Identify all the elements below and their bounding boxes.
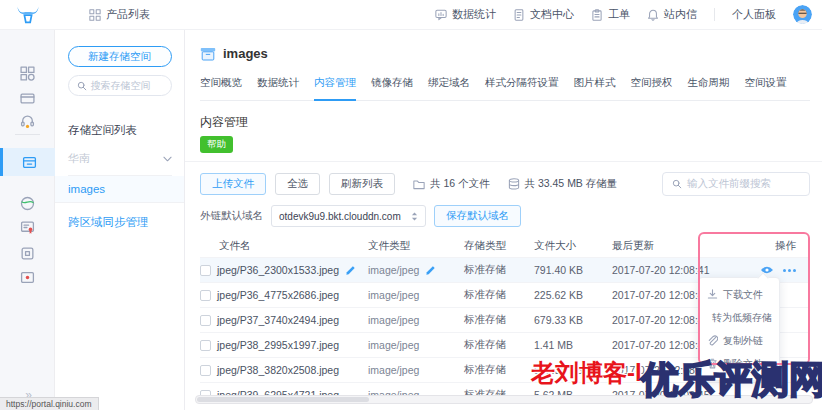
rail-notice[interactable]	[0, 264, 55, 290]
topbar: 产品列表 数据统计 文档中心 工单	[0, 0, 822, 30]
rail-overview[interactable]	[0, 60, 55, 86]
storage-total-stat: 共 33.45 MB 存储量	[508, 177, 618, 191]
edit-pencil-icon[interactable]	[345, 265, 356, 276]
user-avatar[interactable]	[793, 5, 812, 24]
table-header-row: 文件名 文件类型 存储类型 文件大小 最后更新 操作	[200, 235, 810, 257]
folder-icon	[413, 179, 425, 190]
rail-object-storage-active[interactable]	[0, 148, 55, 176]
col-header-filesize: 文件大小	[534, 239, 612, 253]
file-name[interactable]: jpeg/P36_4775x2686.jpeg	[217, 289, 339, 301]
box-icon	[20, 246, 35, 261]
refresh-list-button[interactable]: 刷新列表	[329, 173, 395, 195]
database-icon	[508, 178, 520, 190]
more-actions-button[interactable]	[783, 269, 796, 272]
file-prefix-search-input[interactable]: 输入文件前缀搜索	[662, 172, 810, 196]
tab-image-style[interactable]: 图片样式	[574, 76, 616, 100]
nav-work-order[interactable]: 工单	[591, 7, 630, 22]
rail-certificate[interactable]	[0, 214, 55, 240]
file-size: 679.33 KB	[534, 314, 612, 326]
file-type: image/jpeg	[368, 289, 419, 301]
product-list-menu[interactable]: 产品列表	[89, 7, 150, 22]
row-checkbox[interactable]	[200, 315, 211, 326]
tab-content-management[interactable]: 内容管理	[314, 76, 356, 101]
chevron-down-icon	[163, 156, 172, 162]
select-all-button[interactable]: 全选	[275, 173, 320, 195]
storage-icon	[22, 155, 37, 170]
icon-rail: »	[0, 30, 55, 410]
bucket-search-placeholder: 搜索存储空间	[91, 79, 151, 93]
topbar-right: 数据统计 文档中心 工单 站内信 个	[435, 5, 822, 24]
bucket-search-input[interactable]: 搜索存储空间	[68, 75, 172, 96]
file-name[interactable]: jpeg/P38_2995x1997.jpeg	[217, 339, 339, 351]
bell-icon	[647, 9, 659, 21]
message-icon	[20, 270, 35, 285]
cross-region-sync-link[interactable]: 跨区域同步管理	[55, 215, 184, 230]
personal-panel-label: 个人面板	[732, 7, 776, 22]
col-header-updated: 最后更新	[612, 239, 730, 253]
tab-space-settings[interactable]: 空间设置	[745, 76, 787, 100]
browser-status-bar: https://portal.qiniu.com	[0, 397, 99, 410]
col-header-filename: 文件名	[200, 239, 368, 253]
nav-doc-center[interactable]: 文档中心	[513, 7, 574, 22]
scrollbar-thumb[interactable]	[197, 397, 369, 402]
personal-panel-link[interactable]: 个人面板	[732, 7, 776, 22]
rail-cdn[interactable]	[0, 190, 55, 216]
tab-lifecycle[interactable]: 生命周期	[688, 76, 730, 100]
stats-bubble-icon	[435, 9, 447, 21]
file-toolbar: 上传文件 全选 刷新列表 共 16 个文件 共 33.45 MB 存储量 输入文…	[200, 172, 810, 196]
dashboard-icon	[20, 66, 35, 81]
row-checkbox[interactable]	[200, 340, 211, 351]
qiniu-console-screen: 产品列表 数据统计 文档中心 工单	[0, 0, 822, 410]
topbar-divider	[714, 8, 715, 21]
nav-data-stats[interactable]: 数据统计	[435, 7, 496, 22]
menu-convert-low-freq[interactable]: 转为低频存储	[699, 306, 779, 329]
tab-mirror-storage[interactable]: 镜像存储	[371, 76, 413, 100]
tab-bind-domain[interactable]: 绑定域名	[428, 76, 470, 100]
certificate-icon	[20, 220, 35, 235]
tab-space-auth[interactable]: 空间授权	[631, 76, 673, 100]
edit-pencil-icon[interactable]	[425, 265, 436, 276]
file-name[interactable]: jpeg/P36_2300x1533.jpeg	[217, 264, 339, 276]
storage-type: 标准存储	[464, 338, 534, 352]
file-size: 1.41 MB	[534, 339, 612, 351]
tab-space-overview[interactable]: 空间概览	[200, 76, 242, 100]
help-badge[interactable]: 帮助	[200, 136, 233, 153]
link-icon	[707, 335, 718, 346]
bull-logo-icon	[15, 5, 41, 24]
headset-icon	[20, 114, 35, 129]
domain-select-value: otdevk9u9.bkt.clouddn.com	[279, 211, 401, 222]
qiniu-logo[interactable]	[0, 5, 55, 24]
row-checkbox[interactable]	[200, 290, 211, 301]
file-name[interactable]: jpeg/P37_3740x2494.jpeg	[217, 314, 339, 326]
file-type: image/jpeg	[368, 339, 419, 351]
tab-data-stats[interactable]: 数据统计	[257, 76, 299, 100]
region-label: 华南	[68, 151, 90, 166]
row-checkbox[interactable]	[200, 265, 211, 276]
rail-developer[interactable]	[0, 240, 55, 266]
domain-label: 外链默认域名	[200, 209, 263, 223]
domain-row: 外链默认域名 otdevk9u9.bkt.clouddn.com 保存默认域名	[200, 205, 822, 227]
menu-item-label: 下载文件	[723, 288, 763, 302]
file-updated: 2017-07-20 12:08:41	[612, 264, 730, 276]
card-icon	[20, 91, 35, 106]
sidebar-item-images-bucket[interactable]: images	[55, 176, 184, 203]
save-domain-button[interactable]: 保存默认域名	[434, 205, 521, 227]
avatar-image	[793, 5, 812, 24]
tab-style-separator[interactable]: 样式分隔符设置	[485, 76, 559, 100]
status-url: https://portal.qiniu.com	[6, 399, 92, 409]
domain-select[interactable]: otdevk9u9.bkt.clouddn.com	[271, 205, 426, 227]
watermark-site: 优乐评测网	[641, 355, 822, 405]
menu-item-label: 复制外链	[723, 334, 763, 348]
nav-messages[interactable]: 站内信	[647, 7, 697, 22]
menu-copy-link[interactable]: 复制外链	[699, 329, 779, 352]
region-dropdown[interactable]: 华南	[68, 151, 172, 176]
upload-file-button[interactable]: 上传文件	[200, 173, 266, 195]
col-header-actions: 操作	[730, 239, 810, 253]
file-name[interactable]: jpeg/P38_3820x2508.jpeg	[217, 364, 339, 376]
row-checkbox[interactable]	[200, 365, 211, 376]
menu-download-file[interactable]: 下载文件	[699, 283, 779, 306]
new-bucket-button[interactable]: 新建存储空间	[68, 46, 172, 67]
rail-support[interactable]	[0, 108, 55, 134]
select-stepper-icon	[411, 211, 418, 222]
product-list-label: 产品列表	[106, 7, 150, 22]
